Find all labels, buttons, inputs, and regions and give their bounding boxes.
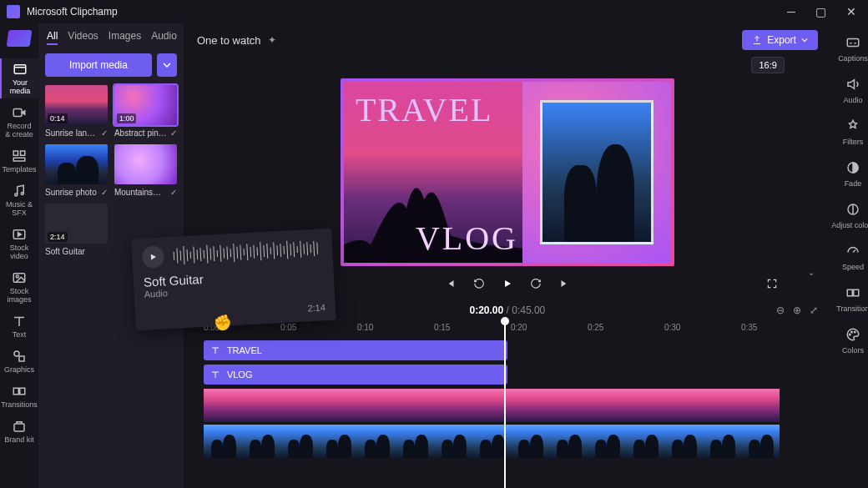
rr-item-colors[interactable]: Colors <box>831 324 868 359</box>
graphics-icon <box>12 349 27 364</box>
svg-point-6 <box>21 193 23 195</box>
captions-icon <box>845 35 860 50</box>
time-current: 0:20.00 <box>470 304 504 316</box>
rail-item-templates[interactable]: Templates <box>0 145 38 177</box>
svg-line-26 <box>184 246 184 264</box>
rr-item-captions[interactable]: Captions <box>831 32 868 67</box>
svg-line-42 <box>237 247 238 259</box>
tab-audio[interactable]: Audio <box>151 30 177 45</box>
zoom-in-icon[interactable]: ⊕ <box>793 304 801 316</box>
svg-line-32 <box>204 250 204 259</box>
minimize-icon[interactable]: ─ <box>787 5 795 18</box>
import-media-button[interactable]: Import media <box>45 53 152 77</box>
project-name[interactable]: One to watch <box>197 34 261 47</box>
rail-label: Your media <box>2 78 38 95</box>
rail-label: Transitions <box>0 400 38 409</box>
video-preview[interactable]: TRAVEL VLOG <box>341 78 674 266</box>
sparkle-icon[interactable]: ✦ <box>268 34 276 46</box>
media-thumb-abstract-pink[interactable]: 1:00 Abstract pink…✓ <box>114 85 177 138</box>
adjust-colors-icon <box>845 202 860 217</box>
rr-item-audio[interactable]: Audio <box>831 73 868 108</box>
tab-images[interactable]: Images <box>108 30 141 45</box>
audio-preview-duration: 2:14 <box>307 302 326 313</box>
video-track-photo[interactable] <box>204 425 818 458</box>
transitions-icon <box>12 384 27 399</box>
rr-item-speed[interactable]: Speed <box>831 240 868 275</box>
svg-point-10 <box>14 351 19 356</box>
skip-back-icon[interactable] <box>445 278 457 289</box>
chevron-down-icon <box>801 37 808 43</box>
media-thumb-sunrise-landscape[interactable]: 0:14 Sunrise land…✓ <box>45 85 108 138</box>
rail-label: Text <box>0 330 38 339</box>
export-button[interactable]: Export <box>742 30 818 50</box>
video-track-sunrise[interactable] <box>204 389 818 422</box>
svg-line-27 <box>187 249 188 261</box>
svg-rect-12 <box>13 388 18 395</box>
media-thumb-mountains[interactable]: Mountains…✓ <box>114 144 177 197</box>
rail-item-record[interactable]: Record & create <box>0 102 38 142</box>
play-icon[interactable] <box>502 278 513 289</box>
rail-label: Graphics <box>0 365 38 374</box>
rail-item-transitions[interactable]: Transitions <box>0 380 38 412</box>
skip-forward-icon[interactable] <box>558 278 570 289</box>
svg-line-25 <box>180 250 181 260</box>
rail-item-your-media[interactable]: Your media <box>0 58 38 98</box>
aspect-ratio-badge[interactable]: 16:9 <box>751 57 784 73</box>
time-total: 0:45.00 <box>512 304 545 316</box>
fullscreen-icon[interactable] <box>766 278 778 289</box>
rail-item-brand-kit[interactable]: Brand kit <box>0 415 38 447</box>
fade-icon <box>845 160 860 175</box>
svg-rect-13 <box>20 388 25 395</box>
svg-line-47 <box>254 245 255 259</box>
audio-drag-preview[interactable]: Soft Guitar Audio 2:14 <box>131 229 336 330</box>
collapse-panel-icon[interactable]: ⌄ <box>808 268 815 277</box>
svg-rect-14 <box>14 424 24 431</box>
waveform-icon <box>172 237 323 266</box>
audio-preview-play-button[interactable] <box>142 245 164 268</box>
svg-line-38 <box>224 249 225 259</box>
svg-rect-4 <box>13 158 25 161</box>
titlebar: Microsoft Clipchamp ─ ▢ ✕ <box>0 0 868 23</box>
preview-text-travel: TRAVEL <box>356 90 493 129</box>
rail-item-text[interactable]: Text <box>0 310 38 342</box>
timeline-ruler[interactable]: 0:00 0:05 0:10 0:15 0:20 0:25 0:30 0:35 <box>197 323 818 332</box>
zoom-out-icon[interactable]: ⊖ <box>776 304 785 316</box>
rr-item-filters[interactable]: Filters <box>831 115 868 150</box>
rewind-icon[interactable] <box>473 278 485 289</box>
zoom-fit-icon[interactable]: ⤢ <box>810 304 818 316</box>
rail-item-graphics[interactable]: Graphics <box>0 345 38 377</box>
svg-rect-3 <box>21 151 25 155</box>
rr-item-transition[interactable]: Transition <box>831 282 868 317</box>
rr-item-fade[interactable]: Fade <box>831 157 868 192</box>
clipchamp-logo-icon[interactable] <box>7 30 33 47</box>
svg-line-46 <box>250 247 251 257</box>
transition-icon <box>845 285 860 300</box>
rail-item-stock-video[interactable]: Stock video <box>0 224 38 264</box>
svg-rect-2 <box>13 151 18 155</box>
media-thumb-sunrise-photo[interactable]: Sunrise photo✓ <box>45 144 108 197</box>
forward-icon[interactable] <box>530 278 542 289</box>
app-logo-icon <box>7 5 20 18</box>
media-thumb-soft-guitar[interactable]: 2:14 Soft Guitar <box>45 204 108 256</box>
import-dropdown-button[interactable] <box>157 53 177 77</box>
svg-line-64 <box>310 244 311 253</box>
tab-all[interactable]: All <box>47 30 58 45</box>
svg-rect-18 <box>847 289 852 296</box>
text-track-travel[interactable]: TRAVEL <box>204 340 507 360</box>
text-icon <box>210 370 220 380</box>
rail-item-music[interactable]: Music & SFX <box>0 180 38 220</box>
svg-rect-1 <box>13 109 22 117</box>
svg-line-39 <box>227 246 228 259</box>
playhead[interactable] <box>504 321 506 488</box>
rr-item-adjust-colors[interactable]: Adjust colors <box>831 199 868 234</box>
maximize-icon[interactable]: ▢ <box>815 5 826 18</box>
svg-line-37 <box>220 245 221 262</box>
tab-videos[interactable]: Videos <box>68 30 98 45</box>
svg-rect-15 <box>847 39 859 47</box>
close-icon[interactable]: ✕ <box>846 5 856 18</box>
svg-line-56 <box>284 246 285 254</box>
chevron-down-icon <box>163 61 171 69</box>
text-icon <box>12 314 27 329</box>
rail-item-stock-images[interactable]: Stock images <box>0 267 38 307</box>
text-track-vlog[interactable]: VLOG <box>204 365 507 385</box>
